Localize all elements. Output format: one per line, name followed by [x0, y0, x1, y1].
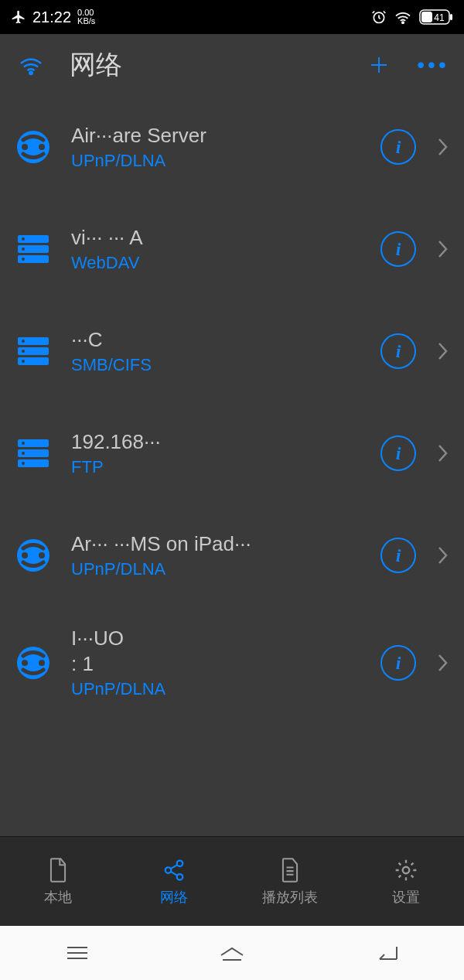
battery-indicator: 41	[419, 9, 453, 25]
svg-rect-4	[450, 14, 452, 20]
status-bar: 21:22 0.00KB/s 41	[0, 0, 464, 34]
gear-icon	[394, 857, 418, 883]
item-title: ···C	[71, 328, 360, 352]
item-title: I···UO	[71, 627, 360, 650]
network-item[interactable]: vi··· ··· AWebDAVi	[0, 198, 464, 300]
system-nav-bar	[0, 926, 464, 980]
item-text: I···UO: 1UPnP/DLNA	[71, 627, 360, 699]
wifi-header-icon	[15, 55, 46, 75]
server-icon	[15, 435, 51, 471]
svg-point-25	[22, 442, 25, 445]
item-protocol: SMB/CIFS	[71, 355, 360, 375]
item-protocol: UPnP/DLNA	[71, 151, 360, 171]
airplane-mode-icon	[11, 9, 26, 25]
item-text: 192.168···FTP	[71, 430, 360, 477]
wifi-icon	[394, 10, 411, 24]
sys-back-button[interactable]	[363, 937, 410, 968]
item-title: vi··· ··· A	[71, 226, 360, 250]
chevron-right-icon	[436, 137, 449, 157]
item-protocol: WebDAV	[71, 253, 360, 273]
tab-label: 播放列表	[262, 888, 318, 907]
chevron-right-icon	[436, 653, 449, 673]
svg-point-29	[22, 552, 28, 558]
file-icon	[47, 857, 69, 883]
tab-label: 网络	[160, 888, 188, 907]
tab-label: 本地	[44, 888, 72, 907]
tab-local[interactable]: 本地	[0, 837, 116, 926]
network-item[interactable]: ···CSMB/CIFSi	[0, 300, 464, 402]
page-title: 网络	[70, 47, 340, 83]
svg-point-37	[403, 866, 410, 873]
svg-text:41: 41	[434, 12, 445, 23]
info-button[interactable]: i	[380, 333, 416, 369]
svg-point-33	[39, 660, 45, 666]
info-button[interactable]: i	[380, 538, 416, 573]
svg-point-15	[22, 258, 25, 261]
chevron-right-icon	[436, 443, 449, 463]
svg-point-9	[39, 144, 45, 150]
svg-point-8	[22, 144, 28, 150]
svg-point-27	[22, 462, 25, 465]
svg-point-1	[402, 22, 404, 23]
playlist-icon	[279, 857, 301, 883]
svg-point-30	[39, 552, 45, 558]
share-icon	[162, 857, 186, 883]
info-button[interactable]: i	[380, 435, 416, 471]
status-left: 21:22 0.00KB/s	[11, 9, 95, 26]
sys-home-button[interactable]	[209, 937, 255, 968]
svg-point-20	[22, 350, 25, 353]
info-button[interactable]: i	[380, 129, 416, 165]
svg-point-35	[165, 867, 172, 873]
tab-bar: 本地 网络 播放列表 设置	[0, 836, 464, 926]
network-item[interactable]: I···UO: 1UPnP/DLNAi	[0, 606, 464, 719]
item-text: vi··· ··· AWebDAV	[71, 226, 360, 273]
item-text: Air···are ServerUPnP/DLNA	[71, 124, 360, 171]
info-button[interactable]: i	[380, 231, 416, 267]
svg-point-34	[177, 860, 183, 866]
item-protocol: UPnP/DLNA	[71, 679, 360, 699]
svg-point-32	[22, 660, 28, 666]
server-icon	[15, 333, 51, 369]
dlna-icon	[15, 129, 51, 165]
item-protocol: FTP	[71, 457, 360, 477]
svg-point-26	[22, 452, 25, 455]
network-item[interactable]: 192.168···FTPi	[0, 402, 464, 504]
status-right: 41	[371, 9, 453, 25]
chevron-right-icon	[436, 545, 449, 565]
info-button[interactable]: i	[380, 645, 416, 681]
svg-point-36	[177, 874, 183, 880]
tab-label: 设置	[392, 888, 420, 907]
item-title: 192.168···	[71, 430, 360, 454]
add-button[interactable]	[363, 53, 394, 77]
tab-playlist[interactable]: 播放列表	[232, 837, 348, 926]
svg-point-19	[22, 340, 25, 343]
tab-network[interactable]: 网络	[116, 837, 232, 926]
status-speed: 0.00KB/s	[77, 9, 95, 26]
svg-point-14	[22, 248, 25, 251]
dlna-icon	[15, 645, 51, 681]
item-text: ···CSMB/CIFS	[71, 328, 360, 375]
network-item[interactable]: Air···are ServerUPnP/DLNAi	[0, 96, 464, 198]
svg-point-21	[22, 360, 25, 363]
dlna-icon	[15, 538, 51, 573]
network-item[interactable]: Ar··· ···MS on iPad···UPnP/DLNAi	[0, 504, 464, 606]
sys-menu-button[interactable]	[54, 937, 101, 968]
server-icon	[15, 231, 51, 267]
network-list[interactable]: Air···are ServerUPnP/DLNAivi··· ··· AWeb…	[0, 96, 464, 836]
more-button[interactable]: •••	[418, 53, 449, 77]
chevron-right-icon	[436, 239, 449, 259]
status-time: 21:22	[32, 9, 71, 26]
item-title: Ar··· ···MS on iPad···	[71, 532, 360, 556]
app-header: 网络 •••	[0, 34, 464, 96]
chevron-right-icon	[436, 341, 449, 361]
alarm-icon	[371, 9, 387, 25]
item-subtitle: : 1	[71, 652, 360, 676]
item-text: Ar··· ···MS on iPad···UPnP/DLNA	[71, 532, 360, 579]
tab-settings[interactable]: 设置	[348, 837, 464, 926]
svg-point-13	[22, 237, 25, 241]
phone-frame: 21:22 0.00KB/s 41 网络 ••• Air···are Serve…	[0, 0, 464, 980]
svg-rect-3	[421, 12, 432, 22]
item-title: Air···are Server	[71, 124, 360, 148]
svg-point-6	[29, 72, 32, 74]
item-protocol: UPnP/DLNA	[71, 559, 360, 579]
